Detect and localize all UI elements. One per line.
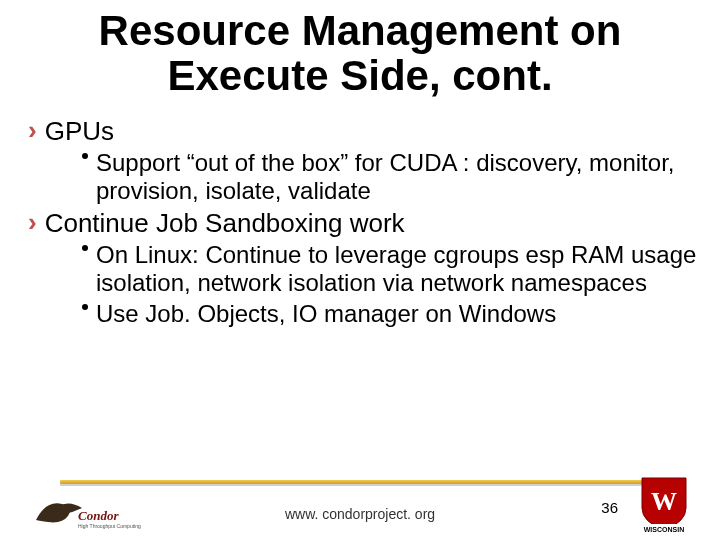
sub-bullet-text: Support “out of the box” for CUDA : disc… bbox=[96, 149, 702, 204]
bullet-label: GPUs bbox=[45, 116, 114, 147]
slide-number: 36 bbox=[601, 499, 618, 516]
dot-icon bbox=[80, 243, 90, 253]
svg-point-2 bbox=[82, 304, 88, 310]
sub-bullet-text: Use Job. Objects, IO manager on Windows bbox=[96, 300, 556, 328]
bullet-sandboxing: › Continue Job Sandboxing work bbox=[28, 208, 702, 239]
svg-point-1 bbox=[82, 245, 88, 251]
wisconsin-logo: W WISCONSIN bbox=[636, 474, 692, 534]
chevron-icon: › bbox=[28, 208, 37, 237]
bullet-label: Continue Job Sandboxing work bbox=[45, 208, 405, 239]
slide-body: › GPUs Support “out of the box” for CUDA… bbox=[28, 112, 702, 332]
svg-point-0 bbox=[82, 153, 88, 159]
dot-icon bbox=[80, 302, 90, 312]
footer-rule bbox=[60, 480, 660, 486]
sub-bullet: Use Job. Objects, IO manager on Windows bbox=[80, 300, 702, 328]
sub-bullet: Support “out of the box” for CUDA : disc… bbox=[80, 149, 702, 204]
svg-text:WISCONSIN: WISCONSIN bbox=[644, 526, 684, 533]
chevron-icon: › bbox=[28, 116, 37, 145]
dot-icon bbox=[80, 151, 90, 161]
sub-bullet: On Linux: Continue to leverage cgroups e… bbox=[80, 241, 702, 296]
sub-bullet-text: On Linux: Continue to leverage cgroups e… bbox=[96, 241, 702, 296]
slide-title: Resource Management on Execute Side, con… bbox=[40, 8, 680, 99]
svg-text:High Throughput Computing: High Throughput Computing bbox=[78, 523, 141, 529]
slide: Resource Management on Execute Side, con… bbox=[0, 0, 720, 540]
bullet-gpus: › GPUs bbox=[28, 116, 702, 147]
